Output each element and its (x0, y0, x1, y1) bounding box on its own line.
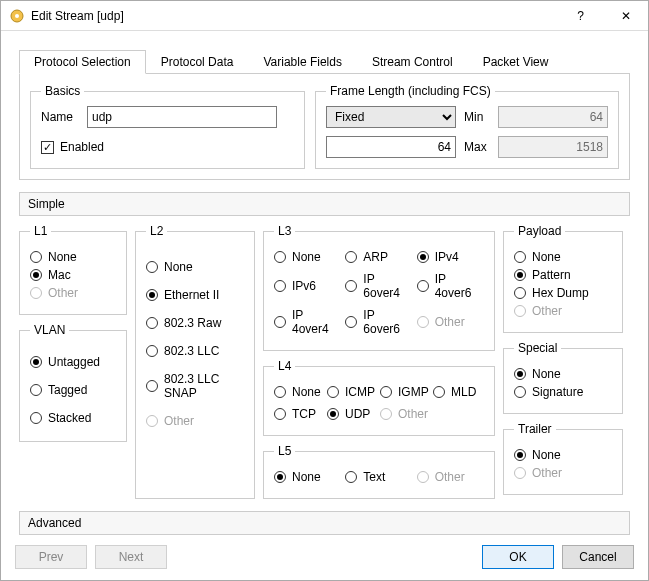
max-label: Max (464, 140, 490, 154)
l4-none[interactable]: None (274, 385, 325, 399)
dialog-footer: Prev Next OK Cancel (1, 535, 648, 579)
l1-legend: L1 (30, 224, 51, 238)
svg-point-1 (15, 14, 19, 18)
tab-variable-fields[interactable]: Variable Fields (248, 50, 356, 74)
special-signature[interactable]: Signature (514, 385, 612, 399)
trailer-none[interactable]: None (514, 448, 612, 462)
name-label: Name (41, 110, 81, 124)
tab-packet-view[interactable]: Packet View (468, 50, 564, 74)
l4-tcp[interactable]: TCP (274, 407, 325, 421)
enabled-checkbox[interactable]: Enabled (41, 140, 104, 154)
trailer-legend: Trailer (514, 422, 556, 436)
frame-length-input[interactable] (326, 136, 456, 158)
frame-length-group: Frame Length (including FCS) Fixed Min M… (315, 84, 619, 169)
l3-other: Other (417, 308, 484, 336)
checkbox-icon (41, 141, 54, 154)
l4-udp[interactable]: UDP (327, 407, 378, 421)
l3-none[interactable]: None (274, 250, 341, 264)
app-icon (9, 8, 25, 24)
l2-other: Other (146, 414, 244, 428)
l5-other: Other (417, 470, 484, 484)
l2-none[interactable]: None (146, 260, 244, 274)
l3-arp[interactable]: ARP (345, 250, 412, 264)
tab-stream-control[interactable]: Stream Control (357, 50, 468, 74)
trailer-group: Trailer None Other (503, 422, 623, 495)
basics-legend: Basics (41, 84, 84, 98)
payload-other: Other (514, 304, 612, 318)
l4-legend: L4 (274, 359, 295, 373)
l2-group: L2 None Ethernet II 802.3 Raw 802.3 LLC … (135, 224, 255, 499)
l1-other: Other (30, 286, 116, 300)
tab-bar: Protocol Selection Protocol Data Variabl… (19, 49, 630, 74)
tab-protocol-selection[interactable]: Protocol Selection (19, 50, 146, 74)
l3-ip6over4[interactable]: IP 6over4 (345, 272, 412, 300)
l4-other: Other (380, 407, 431, 421)
prev-button: Prev (15, 545, 87, 569)
l2-ethernet2[interactable]: Ethernet II (146, 288, 244, 302)
l5-group: L5 None Text Other (263, 444, 495, 499)
l1-mac[interactable]: Mac (30, 268, 116, 282)
l5-none[interactable]: None (274, 470, 341, 484)
payload-group: Payload None Pattern Hex Dump Other (503, 224, 623, 333)
simple-section[interactable]: Simple (19, 192, 630, 216)
window-title: Edit Stream [udp] (31, 9, 558, 23)
frame-length-mode[interactable]: Fixed (326, 106, 456, 128)
ok-button[interactable]: OK (482, 545, 554, 569)
min-label: Min (464, 110, 490, 124)
payload-hex[interactable]: Hex Dump (514, 286, 612, 300)
l2-legend: L2 (146, 224, 167, 238)
advanced-section[interactable]: Advanced (19, 511, 630, 535)
l2-8023llc[interactable]: 802.3 LLC (146, 344, 244, 358)
next-button: Next (95, 545, 167, 569)
l2-8023llcsnap[interactable]: 802.3 LLC SNAP (146, 372, 244, 400)
payload-none[interactable]: None (514, 250, 612, 264)
payload-legend: Payload (514, 224, 565, 238)
payload-pattern[interactable]: Pattern (514, 268, 612, 282)
help-button[interactable]: ? (558, 1, 603, 30)
vlan-untagged[interactable]: Untagged (30, 355, 116, 369)
special-none[interactable]: None (514, 367, 612, 381)
vlan-group: VLAN Untagged Tagged Stacked (19, 323, 127, 442)
l4-group: L4 None ICMP IGMP MLD TCP UDP Other (263, 359, 495, 436)
l5-text[interactable]: Text (345, 470, 412, 484)
l3-ipv6[interactable]: IPv6 (274, 272, 341, 300)
special-group: Special None Signature (503, 341, 623, 414)
l1-none[interactable]: None (30, 250, 116, 264)
tab-protocol-data[interactable]: Protocol Data (146, 50, 249, 74)
max-input (498, 136, 608, 158)
vlan-stacked[interactable]: Stacked (30, 411, 116, 425)
l3-ip4over6[interactable]: IP 4over6 (417, 272, 484, 300)
l4-mld[interactable]: MLD (433, 385, 484, 399)
enabled-label: Enabled (60, 140, 104, 154)
l2-8023raw[interactable]: 802.3 Raw (146, 316, 244, 330)
min-input (498, 106, 608, 128)
l4-icmp[interactable]: ICMP (327, 385, 378, 399)
l1-group: L1 None Mac Other (19, 224, 127, 315)
l3-group: L3 None ARP IPv4 IPv6 IP 6over4 IP 4over… (263, 224, 495, 351)
l3-ipv4[interactable]: IPv4 (417, 250, 484, 264)
l4-igmp[interactable]: IGMP (380, 385, 431, 399)
name-input[interactable] (87, 106, 277, 128)
close-button[interactable]: ✕ (603, 1, 648, 30)
l5-legend: L5 (274, 444, 295, 458)
vlan-legend: VLAN (30, 323, 69, 337)
l3-legend: L3 (274, 224, 295, 238)
l3-ip4over4[interactable]: IP 4over4 (274, 308, 341, 336)
frame-length-legend: Frame Length (including FCS) (326, 84, 495, 98)
tab-panel: Basics Name Enabled Frame Length (includ… (19, 74, 630, 180)
vlan-tagged[interactable]: Tagged (30, 383, 116, 397)
titlebar: Edit Stream [udp] ? ✕ (1, 1, 648, 31)
l3-ip6over6[interactable]: IP 6over6 (345, 308, 412, 336)
trailer-other: Other (514, 466, 612, 480)
cancel-button[interactable]: Cancel (562, 545, 634, 569)
basics-group: Basics Name Enabled (30, 84, 305, 169)
special-legend: Special (514, 341, 561, 355)
